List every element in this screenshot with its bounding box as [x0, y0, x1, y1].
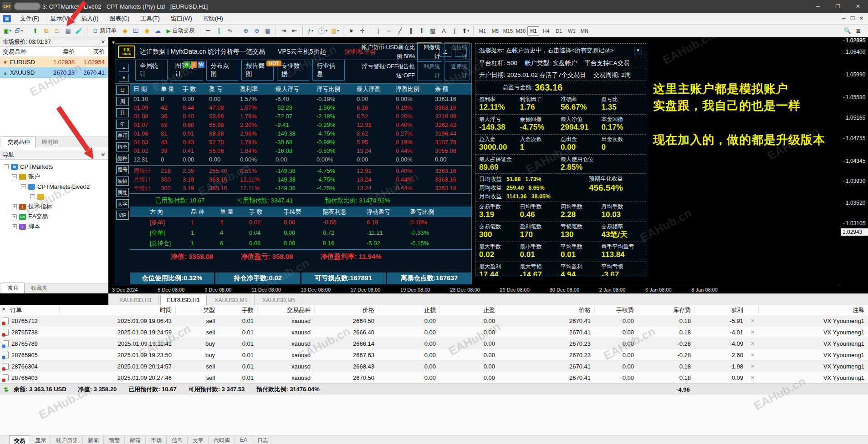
- zoom-in-icon[interactable]: ⊕: [241, 26, 251, 36]
- sound-icon[interactable]: ◉: [142, 26, 152, 36]
- line-chart-icon[interactable]: ∿: [225, 26, 235, 36]
- terminal-tab[interactable]: 日志: [253, 435, 273, 444]
- col-symbol[interactable]: 交易品种: [257, 306, 314, 314]
- chart-tab[interactable]: XAUUSD,H1: [113, 295, 159, 305]
- navigator-close-icon[interactable]: ✕: [101, 152, 105, 158]
- menu-item[interactable]: 文件(F): [15, 13, 45, 25]
- stats-side-button[interactable]: 月: [116, 108, 129, 117]
- stats-side-button[interactable]: 属性: [116, 188, 129, 197]
- order-row[interactable]: 28765738 2025.01.09 19:24:59 sell 0.01 x…: [0, 327, 868, 338]
- timeframe-button[interactable]: D1: [553, 26, 565, 35]
- close-button[interactable]: ✕: [848, 0, 868, 13]
- timeframe-button[interactable]: M5: [489, 26, 501, 35]
- tab-symbols[interactable]: 交易品种: [2, 136, 36, 147]
- menu-item[interactable]: 窗口(W): [165, 13, 198, 25]
- tree-expander-icon[interactable]: +: [12, 214, 17, 219]
- menu-item[interactable]: 工具(T): [135, 13, 165, 25]
- tab-favorites[interactable]: 收藏夹: [26, 283, 53, 293]
- cloud-icon[interactable]: ☁: [153, 26, 163, 36]
- strategy-tester-icon[interactable]: 🧪: [74, 26, 84, 36]
- terminal-tab[interactable]: 账户历史: [51, 435, 83, 444]
- navigator-item[interactable]: [0, 192, 108, 202]
- tile-windows-icon[interactable]: ▦: [263, 26, 273, 36]
- close-order-icon[interactable]: ✕: [747, 375, 758, 381]
- col-current-price[interactable]: 价格: [499, 306, 594, 314]
- minimize-button[interactable]: ─: [808, 0, 828, 13]
- zoom-out-icon[interactable]: ⊖: [252, 26, 262, 36]
- stats-tab[interactable]: 全局统计: [135, 60, 168, 81]
- col-tp[interactable]: 止盈: [439, 306, 499, 314]
- data-window-icon[interactable]: ⧉: [41, 26, 51, 36]
- market-watch-close-icon[interactable]: ✕: [101, 39, 105, 45]
- market-watch-icon[interactable]: ⬆: [30, 26, 40, 36]
- timeframe-button[interactable]: W1: [566, 26, 577, 35]
- timeframe-button[interactable]: M15: [502, 26, 514, 35]
- news-icon[interactable]: 🕮: [131, 26, 141, 36]
- stats-side-button[interactable]: 单币: [116, 131, 129, 140]
- navigator-item[interactable]: − CPTMarkets-Live02: [0, 182, 108, 192]
- terminal-tab[interactable]: 预警: [104, 435, 125, 444]
- stats-tab[interactable]: 专业数据: [277, 60, 309, 81]
- channel-icon[interactable]: ∥: [406, 26, 416, 36]
- drawdown-stats-button[interactable]: 回撤统计: [417, 42, 442, 61]
- navigator-item[interactable]: − 账户: [0, 172, 108, 182]
- tab-common[interactable]: 常用: [2, 283, 25, 293]
- close-order-icon[interactable]: ✕: [747, 363, 758, 369]
- new-chart-icon[interactable]: ▣▾: [2, 26, 12, 36]
- col-lots[interactable]: 手数: [219, 306, 257, 314]
- tree-expander-icon[interactable]: +: [12, 204, 17, 209]
- close-order-icon[interactable]: ✕: [747, 318, 758, 324]
- vps-promo-text[interactable]: VPS云主机5折起: [278, 48, 326, 56]
- timeframe-button[interactable]: H1: [527, 26, 539, 35]
- menu-item[interactable]: 图表(C): [104, 13, 135, 25]
- chart-tab[interactable]: XAUUSD,M5: [256, 295, 302, 305]
- info-panel-close-icon[interactable]: ✕: [634, 47, 642, 54]
- order-row[interactable]: 28765789 2025.01.09 19:11:41 buy 0.01 xa…: [0, 338, 868, 349]
- terminal-tab[interactable]: EA: [235, 435, 252, 444]
- order-row[interactable]: 28766304 2025.01.09 20:14:57 sell 0.01 x…: [0, 361, 868, 372]
- tree-expander-icon[interactable]: −: [12, 174, 17, 179]
- terminal-tab[interactable]: 交易: [9, 435, 30, 444]
- terminal-tab[interactable]: 文章: [188, 435, 209, 444]
- terminal-tab[interactable]: 新闻: [83, 435, 104, 444]
- terminal-tab[interactable]: 显示: [31, 435, 51, 444]
- interest-stats-button[interactable]: 利息统计: [417, 61, 442, 81]
- terminal-tab[interactable]: 邮箱: [125, 435, 146, 444]
- fibonacci-icon[interactable]: 𝄃: [417, 26, 427, 36]
- auto-scroll-icon[interactable]: ⇥: [279, 26, 289, 36]
- toolbar-list-icon[interactable]: ≣: [853, 26, 863, 36]
- stats-side-button[interactable]: 日: [116, 86, 129, 95]
- tree-expander-icon[interactable]: [30, 194, 35, 199]
- close-order-icon[interactable]: ✕: [747, 352, 758, 358]
- chart-tab[interactable]: XAUUSD,M1: [208, 295, 255, 305]
- scroll-down-icon[interactable]: ▼: [119, 74, 129, 82]
- navigator-item[interactable]: + ≡ 脚本: [0, 222, 108, 232]
- order-row[interactable]: 28766403 2025.01.09 20:27:46 sell 0.01 x…: [0, 372, 868, 383]
- price-scale[interactable]: 1.06400 1.05990 1.05580 1.05165 1.04755 …: [840, 37, 868, 286]
- terminal-tab[interactable]: 市场: [146, 435, 167, 444]
- timeframe-button[interactable]: M30: [515, 26, 526, 35]
- menu-item[interactable]: 帮助(H): [198, 13, 229, 25]
- rebate-stats-button[interactable]: 返佣统计: [444, 61, 470, 81]
- stats-side-button[interactable]: 魔号: [116, 165, 129, 174]
- col-profit[interactable]: 获利: [694, 306, 747, 314]
- stats-tab[interactable]: 分布点图: [206, 60, 239, 81]
- stats-side-button[interactable]: 持仓: [116, 142, 129, 151]
- mw-col-bid[interactable]: 卖价: [47, 48, 77, 56]
- chart-shift-icon[interactable]: ⇤: [290, 26, 300, 36]
- close-order-icon[interactable]: ✕: [747, 341, 758, 347]
- col-time[interactable]: 时间: [59, 306, 175, 314]
- indicators-icon[interactable]: ƒ▾: [306, 26, 316, 36]
- child-minimize-button[interactable]: ─: [842, 15, 846, 21]
- vertical-line-icon[interactable]: |: [373, 26, 383, 36]
- market-watch-row[interactable]: ▲XAUUSD 2670.23 2670.41: [0, 67, 108, 78]
- horizontal-line-icon[interactable]: ─: [384, 26, 394, 36]
- stats-tab[interactable]: 行业信息: [312, 60, 345, 81]
- order-row[interactable]: 28765712 2025.01.09 19:06:43 sell 0.01 x…: [0, 315, 868, 327]
- shapes-icon[interactable]: ▧: [428, 26, 438, 36]
- chart-area[interactable]: ▼ FX DATA 迈汇数据 | MyfxData.cn 统计分析每一笔交易 V…: [108, 37, 868, 293]
- stats-side-button[interactable]: 大字: [116, 199, 129, 208]
- trendline-icon[interactable]: ╱: [395, 26, 405, 36]
- timeframe-button[interactable]: MN: [578, 26, 590, 35]
- tab-tick-chart[interactable]: 即时图: [36, 137, 64, 147]
